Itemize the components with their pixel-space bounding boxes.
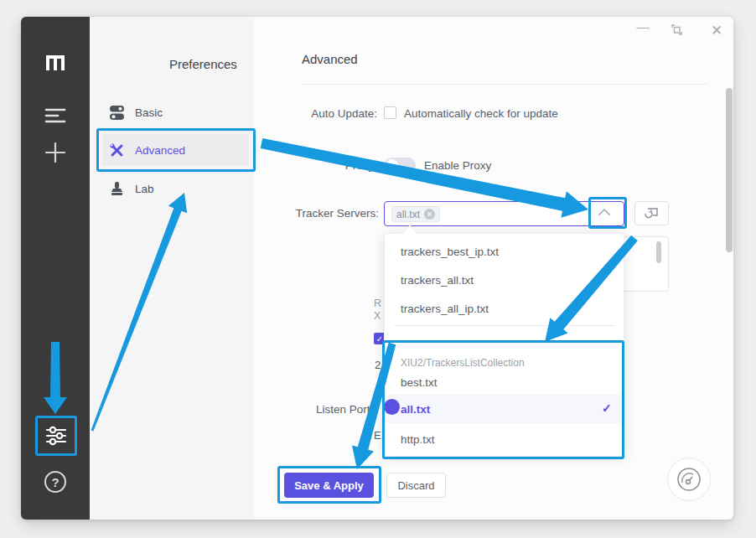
tracker-servers-label: Tracker Servers: [260,207,379,220]
lab-stamp-icon [109,181,125,197]
nav-label: Lab [135,183,154,195]
tag-label: all.txt [396,209,420,220]
motrix-logo-icon [21,54,90,71]
proxy-label: Proxy: [258,159,377,172]
speedometer-icon [676,466,702,493]
panel-title: Preferences [169,57,237,71]
remove-tag-icon[interactable]: ✕ [424,209,435,220]
nav-item-lab[interactable]: Lab [109,181,154,197]
occluded-text-fragment: R [374,297,381,309]
sidebar: ? [21,17,90,520]
add-task-icon[interactable] [21,142,90,163]
sync-trackers-icon [645,207,659,220]
help-glyph: ? [51,475,59,489]
scrollbar-thumb[interactable] [726,88,733,252]
dropdown-item[interactable]: trackers_all.txt [401,274,474,287]
minimize-icon[interactable]: — [634,19,651,34]
toggles-icon [109,105,125,121]
advanced-annotation-box [96,128,256,172]
dropdown-item[interactable]: trackers_best_ip.txt [401,246,499,258]
listen-ports-label: Listen Ports: [260,403,379,416]
dropdown-divider [394,325,614,326]
proxy-toggle-label: Enable Proxy [424,159,491,172]
occluded-text-fragment: X [374,310,381,322]
save-annotation-box [277,466,381,504]
speed-test-button[interactable] [667,458,711,501]
preferences-sliders-icon[interactable] [44,424,68,447]
toggle-knob [386,159,398,172]
page-title: Advanced [302,52,358,66]
divider [302,84,708,85]
proxy-toggle[interactable] [384,158,416,173]
chevron-annotation-box [588,197,627,229]
auto-update-checkbox[interactable] [384,106,396,119]
selected-tracker-tag: all.txt ✕ [391,206,440,222]
dropdown-item[interactable]: trackers_all_ip.txt [401,303,489,315]
textarea-scrollbar-thumb[interactable] [656,241,661,263]
nav-item-basic[interactable]: Basic [109,105,163,121]
auto-update-checkbox-label[interactable]: Automatically check for update [404,107,558,120]
nav-label: Basic [135,106,163,119]
maximize-icon[interactable] [671,24,688,35]
close-icon[interactable]: ✕ [708,22,725,39]
task-list-icon[interactable] [21,107,90,124]
dropdown-group-annotation-box [382,340,624,459]
preferences-annotation-box [35,416,77,456]
auto-update-label: Auto Update: [258,107,377,120]
app-window: ? Preferences Basic Advanced Lab — ✕ Adv… [21,17,733,520]
preferences-panel: Preferences [90,17,254,520]
help-icon[interactable]: ? [44,471,66,493]
occluded-text-fragment: 2 [375,359,381,371]
discard-button[interactable]: Discard [386,473,446,498]
refresh-trackers-button[interactable] [634,201,669,225]
occluded-text-fragment: E [374,429,381,442]
